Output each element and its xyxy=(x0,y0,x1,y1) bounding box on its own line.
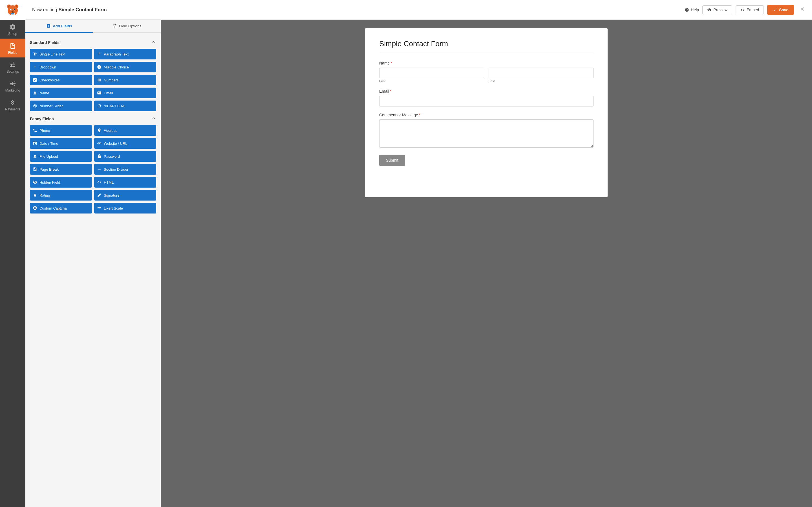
phone-icon xyxy=(33,128,37,133)
likert-icon xyxy=(97,206,101,210)
field-btn-multiple-choice[interactable]: Multiple Choice xyxy=(94,62,156,72)
standard-fields-title: Standard Fields xyxy=(30,40,59,45)
preview-button[interactable]: Preview xyxy=(702,5,732,14)
topbar-actions: Help Preview Embed Save xyxy=(684,5,805,15)
field-btn-rating[interactable]: Rating xyxy=(30,190,92,201)
svg-point-8 xyxy=(14,9,15,10)
name-first-input[interactable] xyxy=(379,68,484,78)
title-prefix: Now editing xyxy=(32,7,59,12)
standard-fields-grid: Single Line Text Paragraph Text Dropdown xyxy=(30,49,156,111)
field-btn-name[interactable]: Name xyxy=(30,88,92,98)
dropdown-icon xyxy=(33,65,37,69)
embed-button[interactable]: Embed xyxy=(735,5,764,14)
name-last-col: Last xyxy=(489,68,594,83)
sidebar-item-settings[interactable]: Settings xyxy=(0,57,26,76)
slider-icon xyxy=(33,104,37,108)
field-btn-likert-scale[interactable]: Likert Scale xyxy=(94,203,156,214)
fancy-fields-title: Fancy Fields xyxy=(30,117,54,121)
fields-icon xyxy=(9,43,16,49)
email-required: * xyxy=(390,89,391,94)
comment-textarea[interactable] xyxy=(379,119,594,148)
field-btn-html[interactable]: HTML xyxy=(94,177,156,187)
sliders-icon xyxy=(9,61,16,68)
form-field-email: Email* xyxy=(379,89,594,107)
field-btn-numbers[interactable]: Numbers xyxy=(94,75,156,86)
field-btn-hidden-field[interactable]: Hidden Field xyxy=(30,177,92,187)
save-icon xyxy=(773,8,777,12)
html-icon xyxy=(97,180,101,184)
signature-icon xyxy=(97,193,101,198)
field-options-tab-label: Field Options xyxy=(119,24,142,28)
fancy-fields-toggle[interactable] xyxy=(151,116,156,122)
sidebar-item-fields[interactable]: Fields xyxy=(0,39,26,57)
topbar: Now editing Simple Contact Form Help Pre… xyxy=(26,0,812,20)
save-label: Save xyxy=(779,8,788,12)
form-preview-panel: Simple Contact Form Name* First Last xyxy=(161,20,812,507)
field-label-likert-scale: Likert Scale xyxy=(104,206,123,210)
comment-required: * xyxy=(419,113,420,117)
captcha-icon xyxy=(33,206,37,210)
app-logo xyxy=(0,0,26,20)
save-button[interactable]: Save xyxy=(767,5,794,15)
field-label-date-time: Date / Time xyxy=(40,142,58,146)
title-bold: Simple Contact Form xyxy=(59,7,107,12)
email-input[interactable] xyxy=(379,96,594,107)
sidebar-item-setup[interactable]: Setup xyxy=(0,20,26,39)
fancy-fields-grid: Phone Address Date / Time xyxy=(30,125,156,214)
logo-icon xyxy=(6,3,19,17)
field-btn-date-time[interactable]: Date / Time xyxy=(30,138,92,149)
comment-label: Comment or Message* xyxy=(379,113,594,117)
field-btn-section-divider[interactable]: Section Divider xyxy=(94,164,156,175)
field-label-section-divider: Section Divider xyxy=(104,167,128,172)
field-btn-website-url[interactable]: Website / URL xyxy=(94,138,156,149)
help-button[interactable]: Help xyxy=(684,8,699,12)
field-label-hidden-field: Hidden Field xyxy=(40,180,60,184)
tab-field-options[interactable]: Field Options xyxy=(93,20,161,33)
field-btn-page-break[interactable]: Page Break xyxy=(30,164,92,175)
preview-icon xyxy=(707,8,712,12)
field-label-password: Password xyxy=(104,154,120,159)
sidebar-label-payments: Payments xyxy=(5,107,20,111)
field-btn-single-line-text[interactable]: Single Line Text xyxy=(30,49,92,59)
fields-panel: Standard Fields Single Line Text Paragra… xyxy=(26,33,161,507)
field-label-numbers: Numbers xyxy=(104,78,119,82)
add-fields-tab-label: Add Fields xyxy=(53,24,72,28)
star-icon xyxy=(33,193,37,198)
field-btn-checkboxes[interactable]: Checkboxes xyxy=(30,75,92,86)
form-submit-button[interactable]: Submit xyxy=(379,155,405,166)
form-card: Simple Contact Form Name* First Last xyxy=(365,28,608,197)
field-btn-paragraph-text[interactable]: Paragraph Text xyxy=(94,49,156,59)
field-btn-phone[interactable]: Phone xyxy=(30,125,92,136)
field-options-tab-icon xyxy=(112,24,117,28)
field-btn-signature[interactable]: Signature xyxy=(94,190,156,201)
name-last-input[interactable] xyxy=(489,68,594,78)
hidden-icon xyxy=(33,180,37,184)
tab-add-fields[interactable]: Add Fields xyxy=(26,20,93,33)
person-icon xyxy=(33,91,37,95)
chevron-up-icon xyxy=(151,40,156,45)
field-btn-file-upload[interactable]: File Upload xyxy=(30,151,92,162)
sidebar-item-payments[interactable]: Payments xyxy=(0,95,26,114)
field-label-email: Email xyxy=(104,91,113,95)
close-button[interactable] xyxy=(800,6,805,13)
sidebar-item-marketing[interactable]: Marketing xyxy=(0,76,26,95)
field-label-signature: Signature xyxy=(104,193,119,198)
field-label-file-upload: File Upload xyxy=(40,154,58,159)
help-icon xyxy=(684,8,689,12)
field-btn-number-slider[interactable]: Number Slider xyxy=(30,101,92,111)
close-icon xyxy=(800,6,805,12)
field-btn-dropdown[interactable]: Dropdown xyxy=(30,62,92,72)
field-btn-email[interactable]: Email xyxy=(94,88,156,98)
field-label-html: HTML xyxy=(104,180,114,184)
checkboxes-icon xyxy=(33,78,37,82)
name-last-label: Last xyxy=(489,79,594,83)
field-btn-custom-captcha[interactable]: Custom Captcha xyxy=(30,203,92,214)
field-btn-recaptcha[interactable]: reCAPTCHA xyxy=(94,101,156,111)
sidebar-label-settings: Settings xyxy=(6,69,18,73)
standard-fields-toggle[interactable] xyxy=(151,40,156,45)
form-field-comment: Comment or Message* xyxy=(379,113,594,149)
chevron-up-icon-2 xyxy=(151,116,156,121)
field-btn-password[interactable]: Password xyxy=(94,151,156,162)
dollar-icon xyxy=(9,99,16,106)
field-btn-address[interactable]: Address xyxy=(94,125,156,136)
